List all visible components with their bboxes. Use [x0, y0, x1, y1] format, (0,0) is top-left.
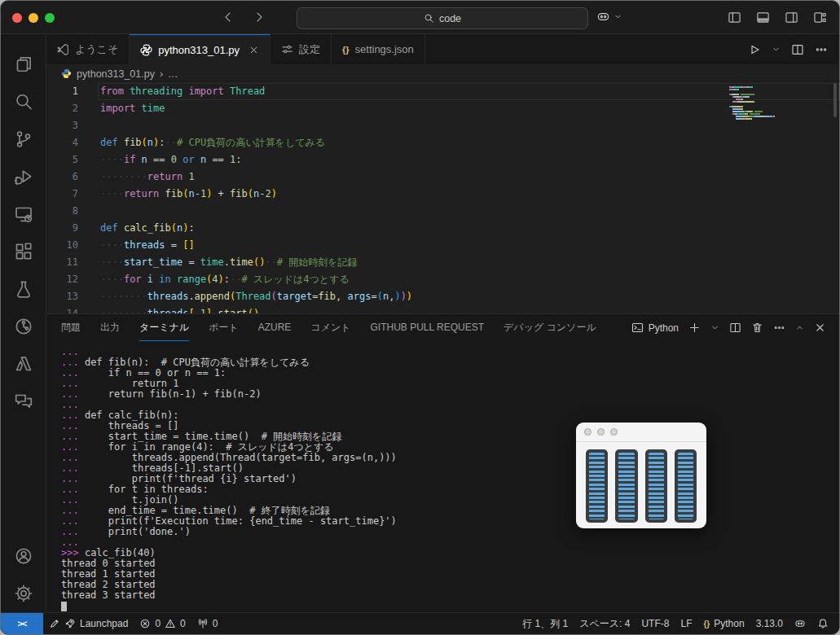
- panel-tab-問題[interactable]: 問題: [61, 314, 81, 341]
- command-center-search[interactable]: code: [297, 7, 588, 29]
- activity-item-remote-explorer[interactable]: [6, 195, 42, 233]
- activity-item-settings-gear[interactable]: [6, 575, 42, 612]
- code-line-2[interactable]: 2import time: [46, 100, 839, 117]
- activity-item-extensions[interactable]: [6, 233, 42, 270]
- status-text: 行 1、列 1: [522, 617, 568, 631]
- code-line-5[interactable]: 5····if n == 0 or n == 1:: [46, 151, 839, 169]
- panel-tab-ターミナル[interactable]: ターミナル: [139, 314, 189, 341]
- activity-item-azure[interactable]: [6, 345, 42, 383]
- kill-terminal-button[interactable]: [751, 322, 763, 334]
- activity-item-comments[interactable]: [6, 383, 42, 420]
- status-problems[interactable]: 00: [134, 613, 191, 634]
- status-language-mode[interactable]: {}Python: [697, 613, 750, 634]
- code-line-9[interactable]: 9def calc_fib(n):: [46, 220, 839, 237]
- tab-python313_01.py[interactable]: python313_01.py: [130, 34, 270, 64]
- code-line-12[interactable]: 12····for i in range(4):··# スレッドは4つとする: [46, 271, 839, 288]
- tab-設定[interactable]: 設定: [270, 34, 332, 64]
- code-line-13[interactable]: 13········threads.append(Thread(target=f…: [46, 288, 839, 305]
- layout-sidebar-left-button[interactable]: [726, 9, 742, 25]
- thread-column: [586, 449, 608, 523]
- close-panel-button[interactable]: [814, 322, 826, 334]
- activity-item-run-debug[interactable]: [6, 158, 42, 195]
- panel-tab-出力[interactable]: 出力: [100, 314, 120, 341]
- code-text: import time: [98, 100, 839, 117]
- panel-tab-ポート[interactable]: ポート: [209, 314, 239, 341]
- close-window-button[interactable]: [12, 13, 22, 23]
- account-icon: [14, 546, 33, 566]
- code-line-6[interactable]: 6········return 1: [46, 169, 839, 186]
- code-text: [98, 203, 839, 220]
- status-ports[interactable]: 0: [191, 613, 224, 634]
- layout-panel-button[interactable]: [754, 9, 771, 25]
- status-python-version[interactable]: 3.13.0: [750, 613, 789, 634]
- forward-button[interactable]: [250, 8, 268, 26]
- timeline-icon: [14, 317, 33, 336]
- activity-item-files[interactable]: [6, 46, 42, 83]
- status-encoding[interactable]: UTF-8: [635, 613, 675, 634]
- panel-tabs: 問題出力ターミナルポートAZUREコメントGITHUB PULL REQUEST…: [46, 314, 839, 341]
- panel-tab-GITHUB PULL REQUEST[interactable]: GITHUB PULL REQUEST: [370, 314, 484, 341]
- code-line-7[interactable]: 7····return fib(n-1) + fib(n-2): [46, 186, 839, 203]
- minimap[interactable]: [729, 86, 788, 120]
- pencil-icon: [49, 618, 60, 629]
- trash-icon: [751, 322, 763, 334]
- tab-ようこそ[interactable]: ようこそ: [46, 34, 130, 64]
- panel-tab-AZURE[interactable]: AZURE: [258, 314, 292, 341]
- panel-tab-コメント[interactable]: コメント: [310, 314, 350, 341]
- code-line-10[interactable]: 10····threads = []: [46, 237, 839, 254]
- layout-custom-button[interactable]: [811, 9, 828, 25]
- status-indentation[interactable]: スペース: 4: [574, 613, 635, 634]
- terminal-line: ... print('done.'): [61, 527, 839, 537]
- new-terminal-button[interactable]: [688, 322, 701, 334]
- search-icon: [424, 13, 434, 24]
- code-line-14[interactable]: 14········threads[-1].start(): [46, 305, 839, 313]
- sliders-icon: [281, 43, 293, 55]
- close-tab-icon[interactable]: [248, 45, 259, 55]
- tab-settings.json[interactable]: {}settings.json: [332, 34, 425, 64]
- code-line-4[interactable]: 4def fib(n):··# CPU負荷の高い計算をしてみる: [46, 134, 839, 151]
- layout-sidebar-right-button[interactable]: [783, 9, 799, 25]
- status-eol[interactable]: LF: [675, 613, 697, 634]
- status-remote-indicator[interactable]: ><: [1, 613, 43, 634]
- run-dropdown[interactable]: [772, 45, 781, 54]
- status-launchpad[interactable]: Launchpad: [43, 613, 134, 634]
- testing-icon: [14, 279, 33, 299]
- terminal-profile-dropdown[interactable]: [710, 323, 719, 332]
- panel-tab-デバッグ コンソール[interactable]: デバッグ コンソール: [504, 314, 596, 341]
- activity-item-account[interactable]: [6, 537, 42, 575]
- activity-item-search[interactable]: [6, 83, 42, 120]
- code-line-8[interactable]: 8: [46, 203, 839, 220]
- search-icon: [14, 92, 33, 112]
- editor-scrollbar[interactable]: [833, 83, 837, 117]
- breadcrumb-more[interactable]: …: [168, 68, 178, 80]
- warning-icon: [165, 618, 176, 629]
- code-line-3[interactable]: 3: [46, 117, 839, 134]
- status-notifications[interactable]: [811, 613, 834, 634]
- activity-item-timeline[interactable]: [6, 308, 42, 345]
- run-button[interactable]: [748, 43, 761, 56]
- code-editor[interactable]: 1from threading import Thread2import tim…: [46, 83, 839, 313]
- panel-more-button[interactable]: [773, 322, 785, 334]
- more-actions-button[interactable]: [815, 43, 828, 56]
- status-copilot-status[interactable]: [789, 613, 811, 634]
- terminal-profile-label: Python: [649, 322, 679, 334]
- status-bar: ><Launchpad000 行 1、列 1スペース: 4UTF-8LF{}Py…: [1, 612, 839, 634]
- activity-item-source-control[interactable]: [6, 120, 42, 158]
- back-button[interactable]: [219, 8, 237, 26]
- split-terminal-button[interactable]: [729, 322, 741, 334]
- maximize-panel-button[interactable]: [795, 323, 804, 332]
- status-cursor-position[interactable]: 行 1、列 1: [517, 613, 574, 634]
- breadcrumb[interactable]: python313_01.py › …: [46, 64, 839, 83]
- zoom-window-button[interactable]: [45, 13, 55, 23]
- layout-sidebar-left-icon: [728, 11, 741, 24]
- copilot-menu[interactable]: [596, 10, 622, 24]
- terminal-profile[interactable]: Python: [631, 322, 679, 334]
- activity-item-testing[interactable]: [6, 270, 42, 308]
- code-line-11[interactable]: 11····start_time = time.time()··# 開始時刻を記…: [46, 254, 839, 271]
- code-line-1[interactable]: 1from threading import Thread: [46, 83, 839, 100]
- minimize-window-button[interactable]: [29, 13, 38, 23]
- split-editor-button[interactable]: [791, 43, 804, 56]
- tab-label: settings.json: [355, 43, 414, 55]
- terminal[interactable]: ...... def fib(n): # CPU負荷の高い計算をしてみる... …: [46, 341, 839, 612]
- breadcrumb-file[interactable]: python313_01.py: [77, 68, 155, 80]
